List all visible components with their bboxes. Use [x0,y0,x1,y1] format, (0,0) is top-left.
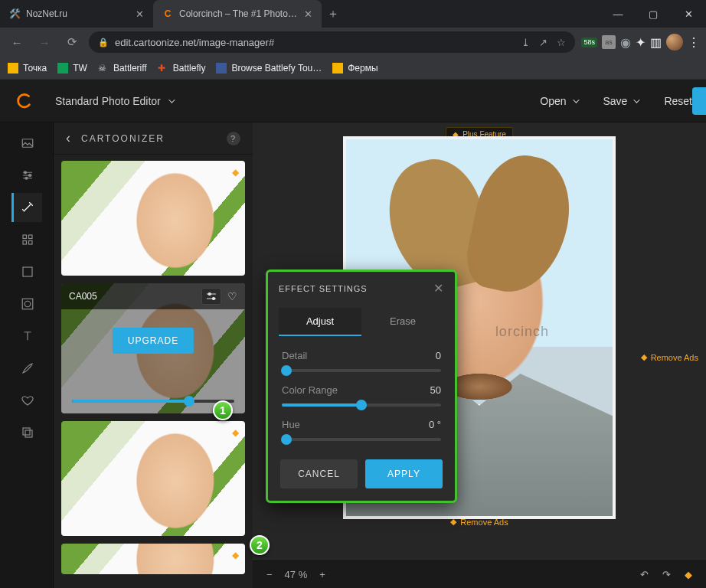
svg-rect-12 [25,430,32,437]
detail-slider[interactable] [282,369,441,372]
close-icon[interactable]: ✕ [304,8,312,20]
effect-settings-icon[interactable] [201,288,221,305]
diamond-icon: ◆ [450,517,456,527]
color-range-slider[interactable] [282,403,441,407]
editor-mode-label: Standard Photo Editor [55,95,161,107]
rail-sliders-icon[interactable] [11,161,42,190]
minimize-button[interactable]: ― [600,0,636,28]
effects-panel: ‹ CARTOONIZER ? ◆ CA005 [54,122,253,588]
save-dropdown[interactable]: Save [603,95,639,107]
effect-thumb[interactable]: ◆ [61,161,245,276]
bookmark-battleriff[interactable]: ☠Battleriff [98,63,147,74]
menu-icon[interactable]: ⋮ [688,35,700,50]
side-panel-icon[interactable]: ▥ [650,35,662,50]
zoom-out-button[interactable]: − [266,569,273,580]
tab-colorcinch[interactable]: C Colorcinch – The #1 Photo Editor ✕ [153,0,322,28]
reload-button[interactable]: ⟳ [61,31,83,53]
rail-text-icon[interactable] [11,322,42,351]
maximize-button[interactable]: ▢ [636,0,671,28]
share-icon[interactable]: ↗ [539,37,547,48]
effect-thumb[interactable]: ◆ [61,421,245,536]
app-topbar: Standard Photo Editor Open Save Reset [0,80,706,122]
callout-2: 2 [250,535,270,555]
chevron-down-icon [634,96,640,103]
timer-badge[interactable]: 58s [581,38,597,47]
url-bar[interactable]: 🔒 edit.cartoonize.net/image-manager# ⤓ ↗… [89,31,575,53]
effect-intensity-slider[interactable] [72,400,234,403]
panel-title: CARTOONIZER [81,133,165,144]
rail-frame-icon[interactable] [11,257,42,286]
forward-button[interactable]: → [34,31,55,53]
hue-slider[interactable] [282,438,441,441]
rail-layers-icon[interactable] [11,418,42,447]
detail-value: 0 [436,350,441,361]
bookmark-tw[interactable]: TW [57,63,87,74]
app: Standard Photo Editor Open Save Reset [0,80,706,588]
app-logo-icon[interactable] [14,90,35,112]
layers-icon[interactable]: ◆ [685,569,692,580]
svg-point-3 [25,177,28,179]
effect-thumb-selected[interactable]: CA005 ♡ UPGRADE [61,283,245,413]
svg-rect-7 [29,241,33,245]
avatar[interactable] [666,34,683,51]
open-dropdown[interactable]: Open [540,95,577,107]
back-icon[interactable]: ‹ [66,130,72,146]
rail-heart-icon[interactable] [11,386,42,415]
effect-code: CA005 [69,291,97,302]
diamond-icon: ◆ [232,167,239,178]
remove-ads-link-bottom[interactable]: ◆ Remove Ads [450,517,508,527]
chevron-down-icon [168,96,175,103]
upgrade-button[interactable]: UPGRADE [113,328,194,354]
slider-hue-row: Hue0 ° [268,414,455,449]
hue-value: 0 ° [429,419,441,430]
diamond-icon: ◆ [232,427,239,438]
close-window-button[interactable]: ✕ [671,0,706,28]
effect-thumb[interactable]: ◆ [61,544,245,574]
bookmark-fermy[interactable]: Фермы [332,63,378,74]
browser-titlebar: 🛠️ NozNet.ru ✕ C Colorcinch – The #1 Pho… [0,0,706,28]
effect-settings-title: EFFECT SETTINGS [279,284,368,293]
zoom-in-button[interactable]: + [319,569,325,580]
svg-rect-4 [23,235,27,239]
close-icon[interactable]: ✕ [136,8,144,20]
new-tab-button[interactable]: ＋ [322,0,345,28]
chevron-down-icon [573,96,579,103]
svg-rect-11 [23,428,30,435]
back-button[interactable]: ← [6,31,28,53]
help-icon[interactable]: ? [227,132,240,145]
apply-button[interactable]: APPLY [365,459,443,488]
redo-button[interactable]: ↷ [662,569,671,580]
eye-icon[interactable]: ◉ [620,35,631,50]
reset-button[interactable]: Reset [664,95,692,107]
bookmark-battlefly[interactable]: ✚Battlefly [158,63,206,74]
close-icon[interactable]: ✕ [433,281,444,296]
rail-wand-icon[interactable] [11,193,42,222]
bookmark-battlefy[interactable]: Browse Battlefy Tou… [216,63,322,74]
editor-mode-dropdown[interactable]: Standard Photo Editor [55,95,173,107]
tab-label: Colorcinch – The #1 Photo Editor [179,8,298,19]
extensions-icon[interactable]: ✦ [636,35,646,50]
rail-grid-icon[interactable] [11,225,42,254]
tab-erase[interactable]: Erase [361,308,444,336]
bookmark-tochka[interactable]: Точка [8,63,47,74]
tab-adjust[interactable]: Adjust [279,308,361,336]
install-icon[interactable]: ⤓ [521,37,530,48]
browser-navbar: ← → ⟳ 🔒 edit.cartoonize.net/image-manage… [0,28,706,57]
panel-header: ‹ CARTOONIZER ? [54,122,253,155]
favorite-icon[interactable]: ♡ [227,290,237,302]
svg-point-2 [29,175,31,177]
zoom-level: 47 % [285,569,308,580]
star-icon[interactable]: ☆ [557,37,566,48]
rail-image-icon[interactable] [11,129,42,158]
rail-vignette-icon[interactable] [11,289,42,318]
svg-point-14 [213,298,215,300]
extension-icon[interactable]: as [602,35,616,49]
rail-brush-icon[interactable] [11,354,42,383]
tab-noznet[interactable]: 🛠️ NozNet.ru ✕ [0,0,153,28]
cancel-button[interactable]: CANCEL [280,459,358,488]
bookmarks-bar: Точка TW ☠Battleriff ✚Battlefly Browse B… [0,57,706,80]
svg-point-10 [25,301,31,307]
primary-action-stub[interactable] [692,87,706,115]
remove-ads-link-side[interactable]: ◆ Remove Ads [641,352,698,362]
undo-button[interactable]: ↶ [640,569,649,580]
